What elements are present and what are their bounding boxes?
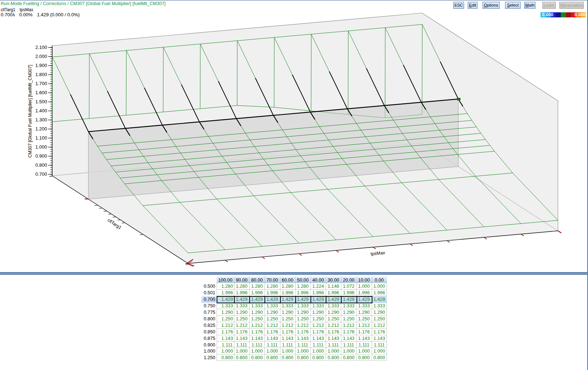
svg-text:1.300: 1.300: [35, 117, 47, 122]
svg-text:1.600: 1.600: [35, 90, 47, 95]
svg-text:1.800: 1.800: [35, 72, 47, 77]
svg-text:1.500: 1.500: [35, 99, 47, 104]
svg-text:0.900: 0.900: [35, 153, 47, 159]
svg-text:0.800: 0.800: [35, 162, 47, 168]
svg-text:2.100: 2.100: [35, 45, 47, 50]
svg-text:1.200: 1.200: [35, 126, 47, 132]
svg-text:2.000: 2.000: [35, 54, 47, 59]
svg-text:tpsMax: tpsMax: [370, 250, 385, 257]
svg-text:CM307 [Global Fuel Multiplier]: CM307 [Global Fuel Multiplier] [fuelMlt_…: [28, 65, 33, 158]
svg-text:1.100: 1.100: [35, 135, 47, 141]
svg-text:1.700: 1.700: [35, 81, 47, 86]
svg-text:1.900: 1.900: [35, 63, 47, 68]
svg-text:0.700: 0.700: [35, 171, 47, 177]
svg-text:1.000: 1.000: [35, 144, 47, 150]
svg-text:1.400: 1.400: [35, 108, 47, 113]
